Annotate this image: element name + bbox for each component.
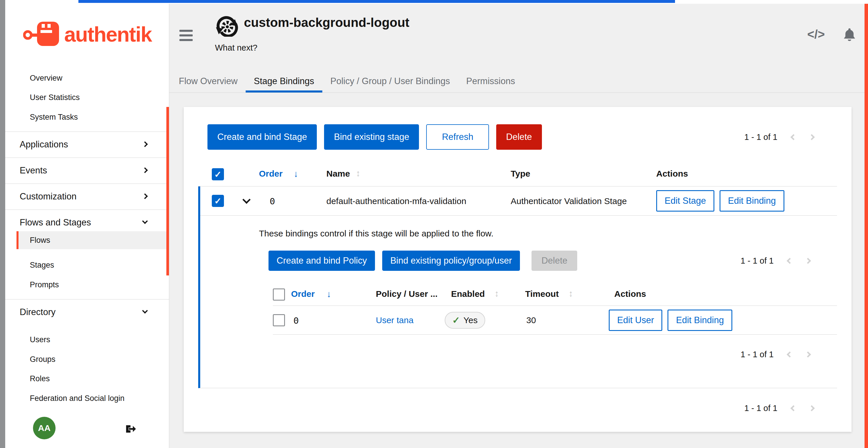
check-icon: ✓ — [452, 315, 460, 326]
window-left-scrollbar[interactable] — [0, 0, 5, 448]
sidebar-group-flows-and-stages[interactable]: Flows and Stages — [20, 214, 159, 231]
sidebar-item-federation[interactable]: Federation and Social login — [30, 390, 124, 407]
policy-pagination-top: 1 - 1 of 1 — [741, 251, 810, 271]
sidebar-group-directory[interactable]: Directory — [20, 304, 159, 321]
refresh-button[interactable]: Refresh — [426, 124, 489, 150]
create-and-bind-policy-button[interactable]: Create and bind Policy — [269, 251, 375, 271]
pagination-prev-icon[interactable] — [790, 134, 797, 140]
stage-table-header: ✓ Order ↓ Name ↕ Type Actions — [198, 162, 837, 186]
chevron-right-icon — [142, 167, 148, 173]
divider — [5, 183, 169, 184]
pagination-label: 1 - 1 of 1 — [744, 132, 777, 142]
collapse-row-icon[interactable] — [243, 196, 251, 204]
pagination-label: 1 - 1 of 1 — [744, 404, 777, 413]
pagination-label: 1 - 1 of 1 — [741, 256, 774, 266]
enabled-badge: ✓ Yes — [445, 312, 485, 329]
sort-icon[interactable]: ↕ — [356, 168, 361, 179]
avatar[interactable]: AA — [33, 417, 56, 439]
column-actions: Actions — [656, 169, 688, 179]
edit-binding-button[interactable]: Edit Binding — [668, 310, 732, 331]
pagination-prev-icon[interactable] — [790, 405, 797, 411]
row-checkbox[interactable]: ✓ — [212, 195, 224, 207]
stage-pagination-bottom: 1 - 1 of 1 — [744, 396, 814, 420]
authentik-wordmark: authentik — [64, 23, 152, 46]
timeout-cell: 30 — [526, 315, 536, 325]
pagination-next-icon[interactable] — [809, 405, 815, 411]
edit-stage-button[interactable]: Edit Stage — [656, 190, 714, 212]
tab-stage-bindings[interactable]: Stage Bindings — [246, 72, 322, 93]
chevron-right-icon — [142, 141, 148, 147]
api-code-icon[interactable]: </> — [807, 28, 825, 41]
sidebar-group-applications[interactable]: Applications — [20, 136, 159, 153]
column-type: Type — [511, 169, 530, 179]
pagination-next-icon[interactable] — [809, 134, 815, 140]
column-timeout[interactable]: Timeout — [525, 289, 559, 299]
sidebar-item-roles[interactable]: Roles — [30, 370, 50, 387]
page-header: custom-background-logout What next? </> … — [169, 4, 865, 93]
create-and-bind-stage-button[interactable]: Create and bind Stage — [208, 124, 317, 150]
hamburger-menu-icon[interactable] — [179, 30, 193, 44]
stage-toolbar: Create and bind Stage Bind existing stag… — [208, 124, 542, 150]
pagination-next-icon[interactable] — [805, 257, 811, 264]
bind-existing-policy-button[interactable]: Bind existing policy/group/user — [382, 251, 520, 271]
column-order[interactable]: Order — [291, 289, 315, 299]
stage-pagination-top: 1 - 1 of 1 — [744, 124, 814, 150]
policy-select-all-checkbox[interactable] — [273, 288, 285, 301]
sort-icon[interactable]: ↕ — [494, 288, 499, 299]
tab-policy-group-user-bindings[interactable]: Policy / Group / User Bindings — [322, 72, 458, 93]
policy-table-row: 0 User tana ✓ Yes 30 Edit User Edit Bind… — [273, 306, 837, 335]
content-area: Create and bind Stage Bind existing stag… — [169, 93, 865, 448]
tab-flow-overview[interactable]: Flow Overview — [179, 72, 246, 93]
pagination-prev-icon[interactable] — [787, 351, 793, 357]
sort-icon[interactable]: ↕ — [568, 288, 573, 299]
policy-table-header: Order ↓ Policy / User ... Enabled ↕ Time… — [273, 283, 837, 306]
divider — [5, 132, 169, 132]
progress-bar — [79, 0, 675, 3]
sidebar-item-stages[interactable]: Stages — [30, 256, 54, 274]
logout-icon[interactable] — [124, 423, 136, 436]
sidebar-group-events[interactable]: Events — [20, 162, 159, 179]
bind-existing-stage-button[interactable]: Bind existing stage — [324, 124, 419, 150]
sidebar-item-overview[interactable]: Overview — [30, 69, 62, 87]
policy-pagination-bottom: 1 - 1 of 1 — [741, 344, 810, 365]
tab-permissions[interactable]: Permissions — [458, 72, 523, 93]
sidebar-item-groups[interactable]: Groups — [30, 351, 56, 368]
sidebar-item-flows[interactable]: Flows — [17, 231, 167, 249]
policy-row-checkbox[interactable] — [273, 314, 285, 326]
page-subtitle: What next? — [215, 43, 257, 53]
stage-row-expanded-wrapper: ✓ 0 default-authentication-mfa-validatio… — [198, 186, 837, 388]
sidebar-item-prompts[interactable]: Prompts — [30, 276, 59, 294]
sidebar-item-users[interactable]: Users — [30, 331, 50, 348]
stage-table-row: ✓ 0 default-authentication-mfa-validatio… — [200, 186, 837, 216]
sidebar-scrollbar[interactable] — [166, 107, 169, 275]
edit-binding-button[interactable]: Edit Binding — [720, 190, 784, 212]
column-policy-user: Policy / User ... — [376, 289, 437, 299]
stage-order-cell: 0 — [270, 196, 275, 206]
column-order[interactable]: Order — [259, 169, 283, 179]
window-top-strip — [5, 0, 868, 4]
pagination-prev-icon[interactable] — [787, 257, 793, 264]
delete-button[interactable]: Delete — [496, 124, 542, 150]
sidebar-group-customization[interactable]: Customization — [20, 188, 159, 205]
stage-bindings-card: Create and bind Stage Bind existing stag… — [184, 107, 851, 432]
policy-table: Order ↓ Policy / User ... Enabled ↕ Time… — [273, 283, 837, 335]
column-enabled[interactable]: Enabled — [451, 289, 485, 299]
policy-user-link[interactable]: User tana — [376, 315, 413, 325]
tab-bar: Flow Overview Stage Bindings Policy / Gr… — [169, 72, 523, 93]
policy-order-cell: 0 — [293, 315, 299, 326]
divider — [5, 158, 169, 158]
edit-user-button[interactable]: Edit User — [609, 310, 662, 331]
policy-toolbar: Create and bind Policy Bind existing pol… — [269, 251, 577, 271]
sidebar-item-system-tasks[interactable]: System Tasks — [30, 108, 78, 126]
sidebar-item-user-statistics[interactable]: User Statistics — [30, 89, 80, 106]
sort-descending-icon[interactable]: ↓ — [327, 289, 331, 300]
column-name[interactable]: Name — [327, 169, 350, 179]
bindings-description: These bindings control if this stage wil… — [259, 229, 493, 238]
policy-delete-button-disabled[interactable]: Delete — [531, 251, 577, 271]
right-accent-strip — [865, 4, 868, 448]
sort-descending-icon[interactable]: ↓ — [294, 169, 298, 179]
notifications-bell-icon[interactable] — [842, 27, 857, 44]
flow-process-icon — [215, 16, 239, 38]
pagination-next-icon[interactable] — [805, 351, 811, 357]
select-all-checkbox[interactable]: ✓ — [212, 168, 224, 180]
